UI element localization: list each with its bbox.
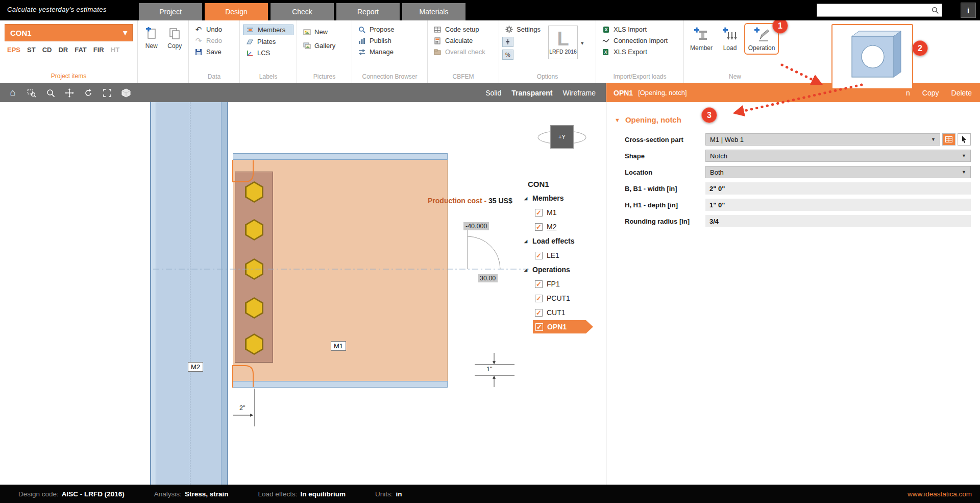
labels-lcs-toggle[interactable]: LCS <box>243 48 293 58</box>
manage-button[interactable]: Manage <box>355 47 424 57</box>
copy-project-item-button[interactable]: Copy <box>164 23 186 82</box>
status-bar: Design code: AISC - LRFD (2016) Analysis… <box>0 485 980 503</box>
rounding-radius-input[interactable]: 3/4 <box>705 215 971 227</box>
picture-new-button[interactable]: New <box>300 27 349 37</box>
tree-group-load-effects[interactable]: ◢ Load effects <box>522 234 604 248</box>
project-item-selector[interactable]: CON1 ▾ <box>5 24 133 41</box>
xls-export-button[interactable]: X XLS Export <box>599 47 680 57</box>
display-mode-transparent[interactable]: Transparent <box>511 89 552 97</box>
zoom-icon[interactable] <box>45 87 56 99</box>
checkbox-cut1[interactable]: ✓ <box>535 309 543 317</box>
member-label-m1[interactable]: M1 <box>331 341 346 351</box>
propose-button[interactable]: Propose <box>355 25 424 34</box>
cross-section-part-dropdown[interactable]: M1 | Web 1 ▼ <box>705 133 940 146</box>
checkbox-m2[interactable]: ✓ <box>535 223 543 231</box>
tree-item-le1[interactable]: ✓ LE1 <box>522 248 604 262</box>
code-setup-button[interactable]: Code setup <box>431 25 496 34</box>
tree-group-operations[interactable]: ◢ Operations <box>522 262 604 277</box>
undo-button[interactable]: ↶ Undo <box>192 25 236 34</box>
settings-button[interactable]: Settings <box>502 25 543 34</box>
operation-delete-button[interactable]: Delete <box>951 89 972 97</box>
part-table-button[interactable] <box>942 133 955 146</box>
supports-toggle-button[interactable] <box>502 37 513 47</box>
tree-group-members[interactable]: ◢ Members <box>522 191 604 205</box>
gear-icon <box>505 26 513 33</box>
connection-import-button[interactable]: Connection Import <box>599 36 680 45</box>
depth-input[interactable]: 1" 0" <box>705 199 971 211</box>
calculate-button[interactable]: Calculate <box>431 36 496 45</box>
tree-item-opn1[interactable]: ✓ OPN1 <box>533 320 593 333</box>
tab-project[interactable]: Project <box>139 3 202 20</box>
display-mode-solid[interactable]: Solid <box>485 89 501 97</box>
checkbox-opn1[interactable]: ✓ <box>535 323 543 331</box>
orientation-cube[interactable]: +Y <box>550 125 574 149</box>
column-member-geometry[interactable] <box>150 102 228 485</box>
tree-expander-icon[interactable]: ◢ <box>523 196 529 201</box>
tree-item-m1[interactable]: ✓ M1 <box>522 205 604 220</box>
tab-check[interactable]: Check <box>271 3 334 20</box>
design-code-selector[interactable]: L LRFD 2016 <box>548 26 578 59</box>
website-link[interactable]: www.ideastatica.com <box>908 490 972 498</box>
tab-materials[interactable]: Materials <box>402 3 465 20</box>
tab-report[interactable]: Report <box>336 3 400 20</box>
check-icon: ✓ <box>536 252 542 259</box>
part-pick-button[interactable] <box>958 133 971 146</box>
beam-bottom-flange[interactable] <box>233 381 448 388</box>
checkbox-le1[interactable]: ✓ <box>535 252 543 259</box>
search-icon[interactable] <box>928 4 942 16</box>
section-header[interactable]: ▼ Opening, notch <box>606 102 980 124</box>
mode-st[interactable]: ST <box>27 46 36 54</box>
viewport-3d[interactable]: ⌂ Solid Transparent Wireframe <box>0 83 606 485</box>
tree-item-cut1[interactable]: ✓ CUT1 <box>522 305 604 320</box>
labels-plates-toggle[interactable]: Plates <box>243 37 293 46</box>
checkbox-pcut1[interactable]: ✓ <box>535 295 543 302</box>
checkbox-m1[interactable]: ✓ <box>535 209 543 217</box>
new-project-item-button[interactable]: New <box>141 23 162 82</box>
rotate-icon[interactable] <box>83 87 94 99</box>
mode-eps[interactable]: EPS <box>7 46 20 54</box>
display-mode-wireframe[interactable]: Wireframe <box>562 89 596 97</box>
tree-root-con1[interactable]: CON1 <box>522 177 604 191</box>
tree-item-pcut1[interactable]: ✓ PCUT1 <box>522 291 604 305</box>
tree-exp-icon[interactable]: ◢ <box>523 239 529 244</box>
zoom-window-icon[interactable] <box>26 87 37 99</box>
new-operation-button[interactable]: Operation <box>747 25 776 52</box>
check-icon: ✓ <box>536 224 542 230</box>
overall-check-button[interactable]: Overall check <box>431 47 496 57</box>
section-collapse-icon[interactable]: ▼ <box>615 117 620 123</box>
redo-button[interactable]: ↷ Redo <box>192 36 236 45</box>
xls-import-button[interactable]: X XLS Import <box>599 25 680 34</box>
tree-exp-icon2[interactable]: ◢ <box>523 268 529 272</box>
mode-fat[interactable]: FAT <box>75 46 87 54</box>
home-view-icon[interactable]: ⌂ <box>7 87 18 99</box>
mode-fir[interactable]: FIR <box>93 46 104 54</box>
copy-button-label: Copy <box>167 42 182 50</box>
mode-ht[interactable]: HT <box>111 46 119 54</box>
checkbox-fp1[interactable]: ✓ <box>535 280 543 288</box>
mode-cd[interactable]: CD <box>42 46 52 54</box>
cube-view-icon[interactable] <box>120 87 132 99</box>
pan-icon[interactable] <box>64 87 75 99</box>
new-member-button[interactable]: Member <box>687 23 716 55</box>
new-load-button[interactable]: Load <box>717 23 743 55</box>
shape-dropdown[interactable]: Notch ▼ <box>705 150 971 162</box>
search-input[interactable] <box>817 4 928 16</box>
tree-item-m2[interactable]: ✓ M2 <box>522 220 604 234</box>
member-label-m2[interactable]: M2 <box>188 362 203 372</box>
property-row-location: Location Both ▼ <box>625 164 971 180</box>
tab-design[interactable]: Design <box>205 3 268 20</box>
info-button[interactable]: i <box>961 3 976 18</box>
location-dropdown[interactable]: Both ▼ <box>705 166 971 178</box>
percent-toggle-button[interactable]: % <box>502 50 513 60</box>
zoom-fit-icon[interactable] <box>102 87 113 99</box>
operation-copy-button[interactable]: Copy <box>922 89 939 97</box>
publish-button[interactable]: Publish <box>355 36 424 45</box>
mode-dr[interactable]: DR <box>58 46 68 54</box>
width-input[interactable]: 2" 0" <box>705 182 971 195</box>
tree-item-fp1[interactable]: ✓ FP1 <box>522 277 604 291</box>
beam-top-flange[interactable] <box>233 153 448 160</box>
picture-gallery-button[interactable]: Gallery <box>300 41 349 51</box>
save-button[interactable]: Save <box>192 47 236 57</box>
design-code-caret-icon[interactable]: ▾ <box>581 26 584 46</box>
labels-members-toggle[interactable]: Members <box>243 25 293 35</box>
